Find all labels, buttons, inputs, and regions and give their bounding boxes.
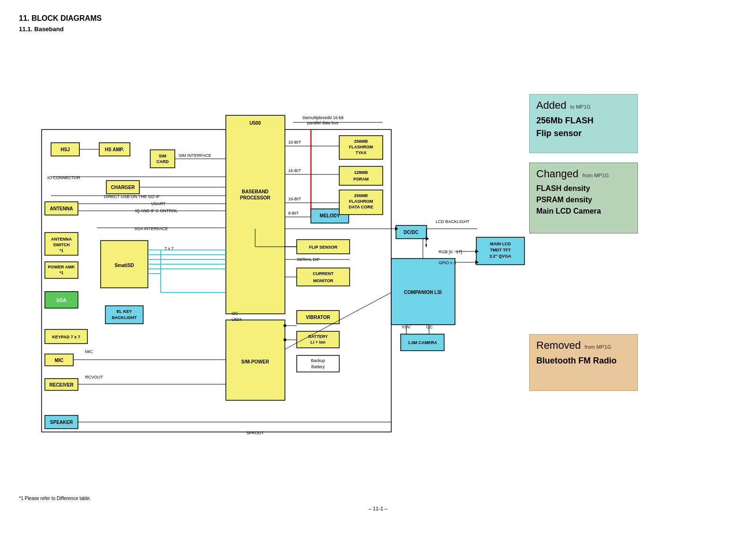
svg-rect-87: [297, 268, 350, 286]
legend-added-title: Added: [536, 99, 567, 111]
legend-added-subtitle: to MP1G: [570, 104, 591, 110]
svg-rect-94: [297, 331, 339, 348]
svg-rect-45: [45, 202, 78, 215]
svg-text:ANTENNA: ANTENNA: [51, 237, 72, 242]
svg-text:Backup: Backup: [311, 358, 325, 363]
svg-rect-123: [476, 237, 524, 265]
svg-rect-102: [311, 209, 349, 223]
legend-changed-title: Changed: [536, 168, 578, 180]
svg-text:HSJ: HSJ: [60, 147, 69, 152]
block-diagram: U500 Demultiplexedd 16-bit parallel data…: [19, 42, 737, 491]
svg-text:COMPANION LSI: COMPANION LSI: [404, 290, 442, 295]
svg-rect-133: [401, 334, 444, 351]
svg-rect-29: [51, 143, 79, 156]
svg-text:PROCESSOR: PROCESSOR: [240, 195, 271, 200]
svg-text:RGB [0 : 17]: RGB [0 : 17]: [438, 250, 462, 254]
svg-text:SmatiSD: SmatiSD: [114, 263, 134, 268]
svg-text:16-BIT: 16-BIT: [288, 168, 301, 173]
svg-rect-31: [99, 143, 130, 156]
svg-marker-18: [339, 201, 343, 205]
svg-rect-70: [45, 379, 78, 390]
footnote: *1 Please refer to Difference table.: [19, 496, 737, 501]
legend-changed-content: FLASH densityPSRAM densityMain LCD Camer…: [536, 183, 631, 217]
svg-rect-66: [45, 354, 73, 366]
svg-rect-52: [45, 233, 78, 255]
svg-marker-10: [339, 144, 343, 148]
svg-rect-121: [391, 259, 455, 325]
svg-rect-90: [297, 311, 339, 324]
legend-removed-content: Bluetooth FM Radio: [536, 354, 631, 367]
svg-text:1.3M CAMERA: 1.3M CAMERA: [408, 340, 438, 345]
svg-marker-120: [425, 244, 427, 248]
svg-text:BATTERY: BATTERY: [308, 334, 328, 339]
svg-text:SERIAL DIF: SERIAL DIF: [297, 257, 320, 262]
svg-rect-24: [150, 150, 175, 168]
svg-text:EL KEY: EL KEY: [117, 309, 132, 314]
svg-text:7 x 7: 7 x 7: [164, 246, 174, 251]
page: 11. BLOCK DIAGRAMS 11.1. Baseband U500 D…: [0, 0, 756, 526]
svg-text:16-BIT: 16-BIT: [288, 197, 301, 201]
svg-text:IO CONNECTOR: IO CONNECTOR: [47, 175, 80, 180]
svg-text:MONITOR: MONITOR: [313, 278, 334, 283]
svg-marker-14: [339, 173, 343, 176]
svg-text:SPEAKER: SPEAKER: [50, 420, 73, 425]
svg-text:I2C: I2C: [426, 325, 433, 329]
svg-text:SIM: SIM: [159, 154, 166, 158]
svg-text:DC/DC: DC/DC: [404, 230, 419, 235]
svg-text:MAIN  LCD: MAIN LCD: [490, 242, 511, 246]
svg-text:256MB: 256MB: [354, 193, 368, 198]
svg-text:MELODY: MELODY: [320, 213, 340, 218]
svg-text:MIC: MIC: [55, 358, 63, 363]
svg-text:FLASHROM: FLASHROM: [349, 145, 373, 149]
svg-rect-0: [42, 129, 391, 432]
svg-rect-115: [396, 225, 427, 239]
page-number: – 11-1 –: [19, 506, 737, 511]
svg-rect-108: [339, 166, 383, 185]
svg-text:IQ AND IF C ONTROL: IQ AND IF C ONTROL: [135, 208, 178, 213]
svg-rect-61: [105, 306, 143, 324]
svg-rect-36: [106, 181, 139, 194]
svg-text:U500: U500: [249, 121, 261, 126]
svg-text:8-BIT: 8-BIT: [288, 211, 299, 216]
svg-text:TMDT TFT: TMDT TFT: [490, 248, 511, 252]
legend-removed: Removed from MP1G Bluetooth FM Radio: [529, 334, 638, 391]
svg-rect-1: [226, 115, 285, 314]
legend-added-content: 256Mb FLASHFlip sensor: [536, 114, 631, 140]
svg-text:2.2" QVGA: 2.2" QVGA: [490, 254, 511, 259]
svg-text:ANTENNA: ANTENNA: [50, 206, 73, 211]
svg-text:FLIP  SENSOR: FLIP SENSOR: [309, 245, 337, 250]
svg-rect-99: [297, 355, 339, 372]
svg-text:YUV: YUV: [402, 325, 411, 329]
legend-added: Added to MP1G 256Mb FLASHFlip sensor: [529, 94, 638, 153]
svg-text:RECEIVER: RECEIVER: [49, 382, 74, 388]
svg-rect-64: [45, 329, 87, 344]
svg-text:SPKOUT: SPKOUT: [246, 431, 264, 435]
svg-text:DATA CORE: DATA CORE: [349, 205, 373, 209]
svg-text:Battery: Battery: [311, 364, 325, 369]
svg-point-98: [284, 338, 286, 341]
svg-rect-78: [226, 320, 285, 400]
svg-text:U504: U504: [232, 317, 242, 322]
legend-removed-title: Removed: [536, 339, 581, 351]
svg-text:CURRENT: CURRENT: [313, 271, 334, 276]
svg-text:CARD: CARD: [156, 159, 169, 164]
svg-text:S/M-POWER: S/M-POWER: [241, 359, 270, 364]
svg-rect-49: [101, 241, 148, 288]
svg-marker-132: [475, 260, 479, 264]
svg-marker-144: [395, 227, 398, 231]
legend-changed: Changed from MP1G FLASH densityPSRAM den…: [529, 163, 638, 233]
svg-text:IrDA INTERFACE: IrDA INTERFACE: [135, 226, 168, 231]
svg-text:PSRAM: PSRAM: [353, 177, 369, 181]
svg-line-153: [285, 293, 391, 349]
svg-text:parallel data bus: parallel data bus: [307, 121, 339, 125]
svg-rect-82: [297, 240, 350, 254]
svg-text:CHARGER: CHARGER: [111, 185, 135, 190]
page-subtitle: 11.1. Baseband: [19, 26, 737, 33]
svg-rect-111: [339, 190, 383, 215]
svg-text:128MB: 128MB: [354, 170, 368, 175]
svg-text:MIC: MIC: [85, 349, 93, 354]
svg-text:Li + Ion: Li + Ion: [310, 340, 326, 345]
svg-marker-156: [426, 237, 429, 241]
svg-text:POWER AMP.: POWER AMP.: [48, 265, 75, 269]
svg-text:256MB: 256MB: [354, 139, 368, 144]
